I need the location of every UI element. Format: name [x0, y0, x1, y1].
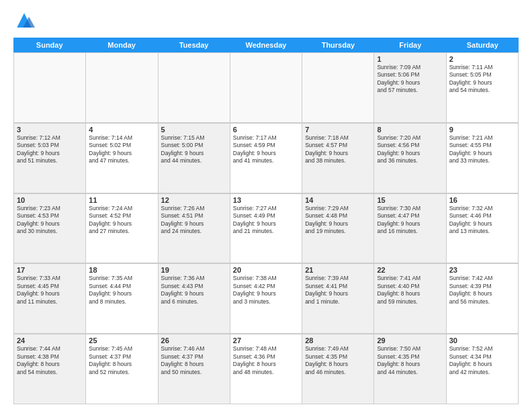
day-info: Sunrise: 7:26 AM Sunset: 4:51 PM Dayligh… — [161, 205, 227, 236]
calendar-cell: 27Sunrise: 7:48 AM Sunset: 4:36 PM Dayli… — [230, 334, 302, 404]
day-info: Sunrise: 7:39 AM Sunset: 4:41 PM Dayligh… — [305, 275, 371, 306]
calendar-cell: 19Sunrise: 7:36 AM Sunset: 4:43 PM Dayli… — [159, 263, 230, 333]
calendar-cell: 30Sunrise: 7:52 AM Sunset: 4:34 PM Dayli… — [447, 334, 519, 404]
day-info: Sunrise: 7:50 AM Sunset: 4:35 PM Dayligh… — [377, 345, 443, 376]
day-number: 8 — [377, 126, 443, 134]
day-info: Sunrise: 7:38 AM Sunset: 4:42 PM Dayligh… — [233, 275, 299, 306]
day-info: Sunrise: 7:18 AM Sunset: 4:57 PM Dayligh… — [305, 134, 371, 165]
calendar-cell: 2Sunrise: 7:11 AM Sunset: 5:05 PM Daylig… — [447, 52, 519, 122]
day-info: Sunrise: 7:20 AM Sunset: 4:56 PM Dayligh… — [377, 134, 443, 165]
calendar-cell — [230, 52, 302, 122]
calendar-cell: 4Sunrise: 7:14 AM Sunset: 5:02 PM Daylig… — [86, 123, 158, 193]
day-info: Sunrise: 7:17 AM Sunset: 4:59 PM Dayligh… — [233, 134, 299, 165]
day-info: Sunrise: 7:12 AM Sunset: 5:03 PM Dayligh… — [17, 134, 83, 165]
day-number: 1 — [377, 55, 443, 63]
calendar-week-1: 1Sunrise: 7:09 AM Sunset: 5:06 PM Daylig… — [13, 52, 519, 123]
day-info: Sunrise: 7:49 AM Sunset: 4:35 PM Dayligh… — [305, 345, 371, 376]
calendar-cell — [86, 52, 158, 122]
header-day-sunday: Sunday — [13, 38, 85, 52]
day-number: 28 — [305, 336, 371, 345]
calendar-cell: 3Sunrise: 7:12 AM Sunset: 5:03 PM Daylig… — [14, 123, 86, 193]
calendar-week-3: 10Sunrise: 7:23 AM Sunset: 4:53 PM Dayli… — [13, 193, 519, 264]
day-info: Sunrise: 7:36 AM Sunset: 4:43 PM Dayligh… — [161, 275, 227, 306]
day-number: 16 — [449, 196, 515, 204]
day-number: 11 — [89, 196, 154, 204]
day-number: 2 — [449, 55, 515, 63]
calendar-week-2: 3Sunrise: 7:12 AM Sunset: 5:03 PM Daylig… — [13, 123, 519, 193]
calendar-cell: 24Sunrise: 7:44 AM Sunset: 4:38 PM Dayli… — [14, 334, 86, 404]
day-number: 21 — [305, 266, 371, 274]
day-number: 23 — [449, 266, 515, 274]
calendar-cell: 18Sunrise: 7:35 AM Sunset: 4:44 PM Dayli… — [86, 263, 158, 333]
day-info: Sunrise: 7:14 AM Sunset: 5:02 PM Dayligh… — [89, 134, 154, 165]
day-number: 20 — [233, 266, 299, 274]
calendar-cell: 22Sunrise: 7:41 AM Sunset: 4:40 PM Dayli… — [374, 263, 446, 333]
header-day-friday: Friday — [374, 38, 446, 52]
day-info: Sunrise: 7:29 AM Sunset: 4:48 PM Dayligh… — [305, 205, 371, 236]
calendar-week-5: 24Sunrise: 7:44 AM Sunset: 4:38 PM Dayli… — [13, 334, 519, 404]
day-info: Sunrise: 7:27 AM Sunset: 4:49 PM Dayligh… — [233, 205, 299, 236]
calendar-cell: 21Sunrise: 7:39 AM Sunset: 4:41 PM Dayli… — [302, 263, 374, 333]
calendar-cell: 29Sunrise: 7:50 AM Sunset: 4:35 PM Dayli… — [374, 334, 446, 404]
day-info: Sunrise: 7:23 AM Sunset: 4:53 PM Dayligh… — [17, 205, 83, 236]
day-number: 27 — [233, 336, 299, 345]
day-info: Sunrise: 7:21 AM Sunset: 4:55 PM Dayligh… — [449, 134, 515, 165]
header — [13, 11, 519, 32]
calendar-cell: 25Sunrise: 7:45 AM Sunset: 4:37 PM Dayli… — [86, 334, 158, 404]
day-info: Sunrise: 7:15 AM Sunset: 5:00 PM Dayligh… — [161, 134, 227, 165]
day-number: 6 — [233, 126, 299, 134]
day-info: Sunrise: 7:24 AM Sunset: 4:52 PM Dayligh… — [89, 205, 154, 236]
day-info: Sunrise: 7:45 AM Sunset: 4:37 PM Dayligh… — [89, 345, 154, 376]
header-day-monday: Monday — [85, 38, 157, 52]
calendar-header: SundayMondayTuesdayWednesdayThursdayFrid… — [13, 38, 519, 52]
calendar-cell: 16Sunrise: 7:32 AM Sunset: 4:46 PM Dayli… — [447, 193, 519, 263]
day-info: Sunrise: 7:32 AM Sunset: 4:46 PM Dayligh… — [449, 205, 515, 236]
calendar-cell: 11Sunrise: 7:24 AM Sunset: 4:52 PM Dayli… — [86, 193, 158, 263]
calendar-cell: 14Sunrise: 7:29 AM Sunset: 4:48 PM Dayli… — [302, 193, 374, 263]
day-number: 14 — [305, 196, 371, 204]
day-info: Sunrise: 7:35 AM Sunset: 4:44 PM Dayligh… — [89, 275, 154, 306]
header-day-wednesday: Wednesday — [230, 38, 302, 52]
day-info: Sunrise: 7:11 AM Sunset: 5:05 PM Dayligh… — [449, 64, 515, 95]
calendar-cell: 28Sunrise: 7:49 AM Sunset: 4:35 PM Dayli… — [302, 334, 374, 404]
calendar-cell: 10Sunrise: 7:23 AM Sunset: 4:53 PM Dayli… — [14, 193, 86, 263]
day-number: 15 — [377, 196, 443, 204]
calendar-cell: 13Sunrise: 7:27 AM Sunset: 4:49 PM Dayli… — [230, 193, 302, 263]
calendar-body: 1Sunrise: 7:09 AM Sunset: 5:06 PM Daylig… — [13, 52, 519, 404]
calendar-cell: 1Sunrise: 7:09 AM Sunset: 5:06 PM Daylig… — [374, 52, 446, 122]
day-number: 25 — [89, 336, 154, 345]
day-number: 7 — [305, 126, 371, 134]
page: SundayMondayTuesdayWednesdayThursdayFrid… — [0, 0, 532, 411]
day-number: 10 — [17, 196, 83, 204]
day-number: 9 — [449, 126, 515, 134]
calendar-cell — [159, 52, 230, 122]
day-info: Sunrise: 7:33 AM Sunset: 4:45 PM Dayligh… — [17, 275, 83, 306]
day-number: 19 — [161, 266, 227, 274]
header-day-saturday: Saturday — [447, 38, 519, 52]
day-number: 4 — [89, 126, 154, 134]
day-number: 30 — [449, 336, 515, 345]
calendar-week-4: 17Sunrise: 7:33 AM Sunset: 4:45 PM Dayli… — [13, 263, 519, 334]
day-number: 17 — [17, 266, 83, 274]
calendar-cell: 20Sunrise: 7:38 AM Sunset: 4:42 PM Dayli… — [230, 263, 302, 333]
calendar-cell: 15Sunrise: 7:30 AM Sunset: 4:47 PM Dayli… — [374, 193, 446, 263]
calendar-cell: 9Sunrise: 7:21 AM Sunset: 4:55 PM Daylig… — [447, 123, 519, 193]
day-number: 13 — [233, 196, 299, 204]
calendar-cell: 7Sunrise: 7:18 AM Sunset: 4:57 PM Daylig… — [302, 123, 374, 193]
day-info: Sunrise: 7:09 AM Sunset: 5:06 PM Dayligh… — [377, 64, 443, 95]
calendar-cell — [302, 52, 374, 122]
day-number: 5 — [161, 126, 227, 134]
day-info: Sunrise: 7:46 AM Sunset: 4:37 PM Dayligh… — [161, 345, 227, 376]
day-info: Sunrise: 7:42 AM Sunset: 4:39 PM Dayligh… — [449, 275, 515, 306]
calendar-cell: 17Sunrise: 7:33 AM Sunset: 4:45 PM Dayli… — [14, 263, 86, 333]
day-info: Sunrise: 7:52 AM Sunset: 4:34 PM Dayligh… — [449, 345, 515, 376]
calendar-cell: 8Sunrise: 7:20 AM Sunset: 4:56 PM Daylig… — [374, 123, 446, 193]
calendar-cell: 12Sunrise: 7:26 AM Sunset: 4:51 PM Dayli… — [159, 193, 230, 263]
day-number: 12 — [161, 196, 227, 204]
calendar-cell — [14, 52, 86, 122]
day-info: Sunrise: 7:48 AM Sunset: 4:36 PM Dayligh… — [233, 345, 299, 376]
day-number: 29 — [377, 336, 443, 345]
logo — [13, 11, 38, 32]
day-number: 22 — [377, 266, 443, 274]
day-number: 26 — [161, 336, 227, 345]
